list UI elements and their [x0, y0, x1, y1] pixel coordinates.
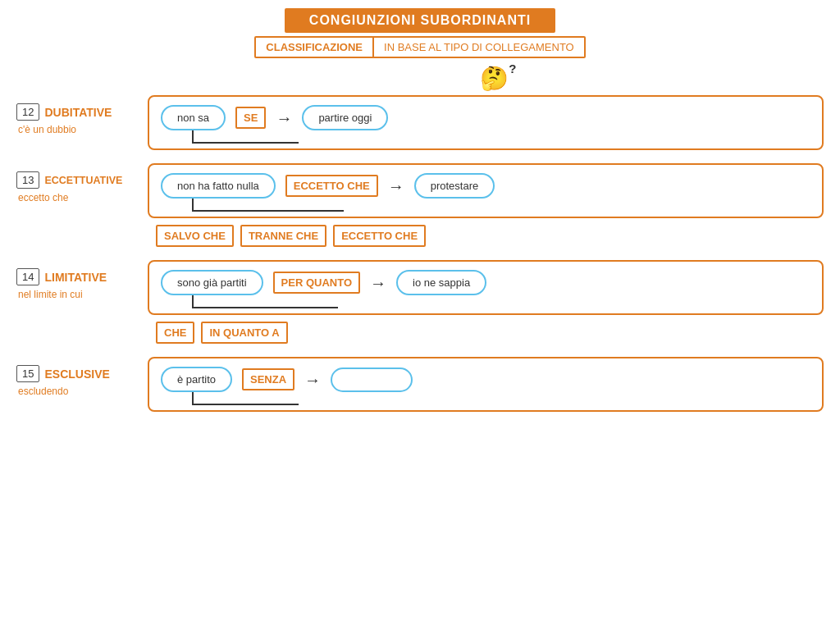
section-15-header: 15 ESCLUSIVE: [16, 365, 110, 382]
section-13-alt2: TRANNE CHE: [240, 225, 326, 247]
subtitle-bar: CLASSIFICAZIONE IN BASE AL TIPO DI COLLE…: [254, 36, 585, 58]
section-13-inner-row: non ha fatto nulla ECCETTO CHE → protest…: [161, 173, 810, 199]
section-13-name: ECCETTUATIVE: [44, 175, 122, 186]
thinking-emoji: 🤔: [480, 66, 509, 91]
section-13-arrow: →: [388, 178, 404, 194]
header: CONGIUNZIONI SUBORDINANTI CLASSIFICAZION…: [16, 8, 824, 58]
section-12-header: 12 DUBITATIVE: [16, 103, 112, 121]
section-13-number: 13: [16, 171, 39, 189]
section-15-number: 15: [16, 365, 39, 382]
section-13-left: 13 ECCETTUATIVE eccetto che: [16, 163, 148, 203]
section-12-box1: non sa: [161, 105, 226, 130]
section-15-arrow: →: [304, 372, 321, 388]
section-14-subtitle: nel limite in cui: [18, 289, 83, 300]
section-15-name: ESCLUSIVE: [44, 368, 109, 381]
section-15-box1: è partito: [161, 367, 232, 392]
section-14-outer-box: sono già partiti PER QUANTO → io ne sapp…: [148, 260, 824, 315]
section-14-name: LIMITATIVE: [44, 271, 107, 284]
section-12-number: 12: [16, 103, 39, 121]
section-13-outer-box: non ha fatto nulla ECCETTO CHE → protest…: [148, 163, 824, 218]
section-14-diagram: sono già partiti PER QUANTO → io ne sapp…: [148, 260, 824, 344]
page-title: CONGIUNZIONI SUBORDINANTI: [285, 8, 555, 33]
section-15-inner-row: è partito SENZA →: [161, 367, 810, 392]
question-mark: ?: [509, 62, 516, 75]
section-12-box2: partire oggi: [302, 105, 388, 130]
section-13: 13 ECCETTUATIVE eccetto che non ha fatto…: [16, 163, 824, 247]
section-15-subtitle: escludendo: [18, 386, 68, 397]
section-12-diagram: non sa SE → partire oggi: [148, 95, 824, 150]
section-12: 12 DUBITATIVE c'è un dubbio non sa SE → …: [16, 95, 824, 150]
subtitle-classification: CLASSIFICAZIONE: [256, 38, 374, 57]
section-15-conjunction: SENZA: [242, 368, 294, 390]
section-13-diagram: non ha fatto nulla ECCETTO CHE → protest…: [148, 163, 824, 247]
page: CONGIUNZIONI SUBORDINANTI CLASSIFICAZION…: [0, 0, 840, 630]
section-15-left: 15 ESCLUSIVE escludendo: [16, 357, 148, 397]
section-13-conjunction: ECCETTO CHE: [285, 175, 378, 197]
section-12-inner-row: non sa SE → partire oggi: [161, 105, 810, 130]
section-14: 14 LIMITATIVE nel limite in cui sono già…: [16, 260, 824, 344]
section-14-alts: CHE IN QUANTO A: [148, 322, 824, 344]
section-12-outer-box: non sa SE → partire oggi: [148, 95, 824, 150]
section-12-name: DUBITATIVE: [44, 106, 112, 119]
section-12-arrow: →: [276, 110, 292, 126]
section-13-alt3: ECCETTO CHE: [333, 225, 426, 247]
section-14-header: 14 LIMITATIVE: [16, 268, 107, 285]
section-13-box1: non ha fatto nulla: [161, 173, 276, 199]
section-14-box1: sono già partiti: [161, 270, 263, 295]
section-14-number: 14: [16, 268, 39, 285]
section-15-outer-box: è partito SENZA →: [148, 357, 824, 412]
section-13-alt1: SALVO CHE: [156, 225, 234, 247]
section-13-subtitle: eccetto che: [18, 192, 68, 203]
section-15-diagram: è partito SENZA →: [148, 357, 824, 412]
section-13-header: 13 ECCETTUATIVE: [16, 171, 122, 189]
section-14-box2: io ne sappia: [396, 270, 486, 295]
subtitle-connection-type: IN BASE AL TIPO DI COLLEGAMENTO: [374, 38, 584, 57]
section-12-conjunction: SE: [235, 107, 266, 129]
section-14-conjunction: PER QUANTO: [273, 272, 360, 294]
section-14-arrow: →: [370, 275, 386, 291]
section-12-subtitle: c'è un dubbio: [18, 124, 76, 135]
section-14-connector: [192, 295, 338, 308]
section-14-inner-row: sono già partiti PER QUANTO → io ne sapp…: [161, 270, 810, 295]
section-15-box2: [331, 368, 413, 392]
section-15-connector: [192, 392, 299, 405]
section-15: 15 ESCLUSIVE escludendo è partito SENZA …: [16, 357, 824, 412]
section-14-left: 14 LIMITATIVE nel limite in cui: [16, 260, 148, 300]
section-13-alts: SALVO CHE TRANNE CHE ECCETTO CHE: [148, 225, 824, 247]
section-12-connector: [192, 130, 299, 144]
section-13-connector: [192, 199, 344, 212]
section-14-alt2: IN QUANTO A: [201, 322, 287, 344]
section-14-alt1: CHE: [156, 322, 194, 344]
section-12-left: 12 DUBITATIVE c'è un dubbio: [16, 95, 148, 135]
section-13-box2: protestare: [414, 173, 495, 199]
